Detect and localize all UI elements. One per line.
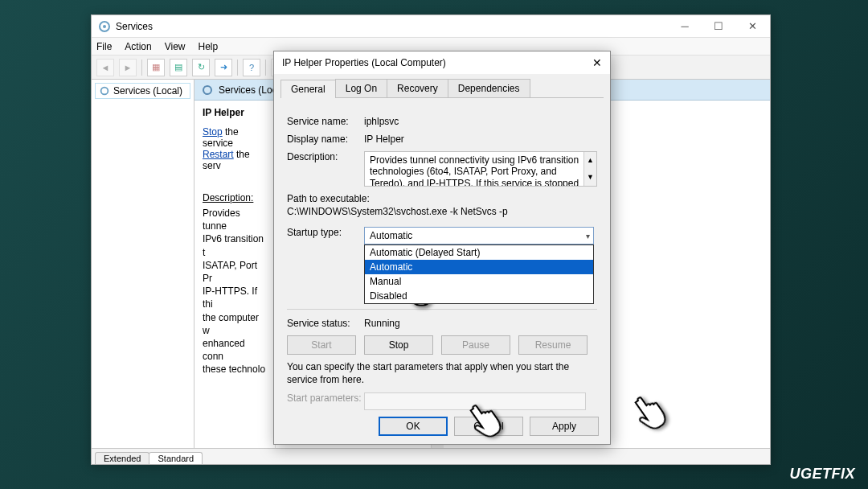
scroll-up-icon[interactable]: ▲ — [583, 152, 596, 169]
svg-point-2 — [101, 88, 108, 95]
tab-extended[interactable]: Extended — [95, 452, 149, 464]
tab-dependencies[interactable]: Dependencies — [448, 79, 530, 97]
path-label: Path to executable: — [287, 193, 597, 204]
cancel-button[interactable]: Cancel — [454, 417, 523, 436]
path-value: C:\WINDOWS\System32\svchost.exe -k NetSv… — [287, 206, 597, 217]
menu-view[interactable]: View — [165, 41, 186, 52]
view-tabs: Extended Standard — [92, 448, 770, 464]
tab-recovery[interactable]: Recovery — [387, 79, 448, 97]
menu-help[interactable]: Help — [199, 41, 219, 52]
apply-button[interactable]: Apply — [530, 417, 599, 436]
watermark: UGETFIX — [789, 466, 855, 483]
display-name-value: IP Helper — [364, 134, 597, 145]
startup-type-dropdown: Automatic (Delayed Start) Automatic Manu… — [364, 244, 594, 304]
gear-icon — [99, 85, 110, 97]
start-button[interactable]: Start — [287, 335, 356, 355]
startup-selected-value: Automatic — [370, 230, 412, 241]
resume-button[interactable]: Resume — [518, 335, 588, 355]
svg-point-3 — [203, 86, 211, 94]
minimize-button[interactable]: ─ — [674, 20, 696, 32]
gear-icon — [201, 84, 214, 97]
tab-standard[interactable]: Standard — [149, 452, 203, 464]
general-panel: Service name:iphlpsvc Display name:IP He… — [274, 98, 610, 423]
dialog-footer: OK Cancel Apply — [379, 417, 599, 436]
close-button[interactable]: ✕ — [741, 20, 764, 32]
option-automatic[interactable]: Automatic — [365, 260, 593, 274]
option-disabled[interactable]: Disabled — [365, 289, 593, 303]
description-value: Provides tunnel connectivity using IPv6 … — [370, 154, 579, 187]
titlebar: Services ─ ☐ ✕ — [92, 15, 770, 38]
toolbar-btn-2[interactable]: ▤ — [170, 59, 187, 76]
tab-logon[interactable]: Log On — [335, 79, 387, 97]
startup-type-select[interactable]: Automatic ▾ — [364, 227, 594, 244]
dialog-title: IP Helper Properties (Local Computer) — [282, 57, 592, 68]
start-params-input — [364, 392, 586, 410]
window-title: Services — [116, 21, 674, 32]
back-button[interactable]: ◄ — [96, 59, 114, 76]
tree-pane: Services (Local) — [92, 80, 194, 448]
dialog-tabs: General Log On Recovery Dependencies — [280, 79, 604, 98]
tree-item-services[interactable]: Services (Local) — [95, 83, 190, 99]
service-summary: IP Helper Stop the service Restart the s… — [194, 80, 275, 448]
tree-item-label: Services (Local) — [113, 85, 182, 97]
start-params-label: Start parameters: — [287, 392, 364, 404]
stop-button[interactable]: Stop — [364, 335, 433, 355]
description-box[interactable]: Provides tunnel connectivity using IPv6 … — [364, 151, 597, 187]
startup-type-label: Startup type: — [287, 227, 364, 238]
toolbar-btn-1[interactable]: ▦ — [147, 59, 165, 76]
description-text: Provides tunne IPv6 transition t ISATAP,… — [203, 207, 267, 376]
restart-link[interactable]: Restart — [203, 149, 234, 160]
selected-service-name: IP Helper — [203, 107, 267, 118]
service-name-label: Service name: — [287, 116, 364, 127]
option-manual[interactable]: Manual — [365, 274, 593, 289]
service-name-value: iphlpsvc — [364, 116, 597, 127]
tab-general[interactable]: General — [280, 80, 336, 98]
export-button[interactable]: ➜ — [215, 59, 232, 76]
maximize-button[interactable]: ☐ — [707, 20, 730, 32]
description-label: Description: — [203, 192, 267, 203]
services-icon — [98, 20, 111, 33]
scroll-down-icon[interactable]: ▼ — [583, 169, 596, 186]
menu-action[interactable]: Action — [125, 41, 151, 52]
close-button[interactable]: ✕ — [592, 56, 602, 69]
dialog-titlebar: IP Helper Properties (Local Computer) ✕ — [274, 51, 610, 74]
ok-button[interactable]: OK — [379, 417, 448, 436]
chevron-down-icon: ▾ — [586, 232, 590, 240]
refresh-button[interactable]: ↻ — [192, 59, 210, 76]
hint-text: You can specify the start parameters tha… — [287, 361, 597, 386]
pause-button[interactable]: Pause — [441, 335, 510, 355]
help-button[interactable]: ? — [243, 59, 260, 76]
window-controls: ─ ☐ ✕ — [674, 20, 764, 32]
forward-button[interactable]: ► — [119, 59, 137, 76]
svg-point-1 — [103, 25, 106, 28]
menu-file[interactable]: File — [96, 41, 112, 52]
description-label: Description: — [287, 151, 364, 162]
service-status-value: Running — [364, 318, 597, 329]
control-buttons: Start Stop Pause Resume — [287, 335, 597, 355]
stop-link[interactable]: Stop — [203, 126, 223, 138]
option-delayed[interactable]: Automatic (Delayed Start) — [365, 245, 593, 260]
display-name-label: Display name: — [287, 134, 364, 145]
service-status-label: Service status: — [287, 318, 364, 329]
properties-dialog: IP Helper Properties (Local Computer) ✕ … — [273, 51, 611, 445]
